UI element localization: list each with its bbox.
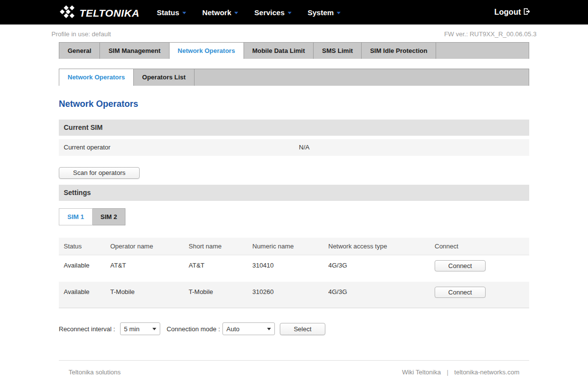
column-header-connect: Connect [435, 243, 529, 250]
reconnect-interval-select[interactable]: 5 min [120, 322, 160, 335]
chevron-down-icon [337, 12, 341, 14]
logout-exit-icon [523, 8, 530, 17]
nav-item-system[interactable]: System [308, 8, 341, 17]
cell-network-access-type: 4G/3G [328, 282, 435, 295]
cell-operator-name: T-Mobile [110, 282, 189, 295]
reconnect-interval-label: Reconnect interval : [59, 325, 115, 333]
chevron-down-icon [288, 12, 292, 14]
tab-sim-2[interactable]: SIM 2 [93, 208, 125, 225]
tab-sim-management[interactable]: SIM Management [100, 43, 169, 59]
footer-link-wiki[interactable]: Wiki Teltonika [402, 368, 441, 376]
nav-item-services[interactable]: Services [254, 8, 292, 17]
main-tabbar: General SIM Management Network Operators… [59, 42, 529, 59]
sub-tabbar: Network Operators Operators List [59, 69, 529, 86]
subtab-operators-list[interactable]: Operators List [134, 69, 195, 86]
sim-tabbar: SIM 1 SIM 2 [59, 208, 588, 225]
connect-button[interactable]: Connect [435, 260, 486, 271]
column-header-short-name: Short name [189, 243, 252, 250]
column-header-operator-name: Operator name [110, 243, 189, 250]
cell-numeric-name: 310260 [252, 282, 328, 295]
bottom-controls: Reconnect interval : 5 min Connection mo… [59, 322, 588, 335]
tabbar-filler [195, 69, 529, 86]
tab-sim-idle-protection[interactable]: SIM Idle Protection [362, 43, 436, 59]
footer-left-text: Teltonika solutions [69, 368, 121, 376]
chevron-down-icon [182, 12, 186, 14]
logout-label: Logout [494, 8, 521, 17]
tab-sms-limit[interactable]: SMS Limit [314, 43, 362, 59]
cell-short-name: T-Mobile [189, 282, 252, 295]
tab-mobile-data-limit[interactable]: Mobile Data Limit [244, 43, 314, 59]
table-row: Available AT&T AT&T 310410 4G/3G Connect [59, 255, 529, 282]
nav-item-label: Status [157, 8, 179, 17]
column-header-status: Status [59, 243, 110, 250]
meta-row: Profile in use: default FW ver.: RUT9XX_… [0, 24, 588, 38]
footer-links: Wiki Teltonika | teltonika-networks.com [402, 368, 519, 376]
connection-mode-label: Connection mode : [167, 325, 220, 333]
cell-status: Available [59, 255, 110, 269]
footer: Teltonika solutions Wiki Teltonika | tel… [59, 360, 529, 376]
column-header-network-access-type: Network access type [328, 243, 435, 250]
subtab-network-operators[interactable]: Network Operators [59, 69, 134, 86]
current-sim-section-header: Current SIM [59, 120, 529, 136]
nav-item-label: System [308, 8, 334, 17]
cell-connect: Connect [435, 282, 529, 298]
cell-network-access-type: 4G/3G [328, 255, 435, 269]
cell-short-name: AT&T [189, 255, 252, 269]
table-row: Available T-Mobile T-Mobile 310260 4G/3G… [59, 282, 529, 308]
nav-item-network[interactable]: Network [202, 8, 238, 17]
tab-sim-1[interactable]: SIM 1 [59, 208, 93, 225]
firmware-version: FW ver.: RUT9XX_R_00.06.05.3 [444, 30, 537, 38]
operators-table: Status Operator name Short name Numeric … [59, 238, 529, 308]
nav-item-label: Services [254, 8, 285, 17]
connection-mode-select[interactable]: Auto [222, 322, 275, 335]
teltonika-diamond-icon [59, 4, 76, 22]
current-operator-label: Current operator [59, 144, 110, 151]
chevron-down-icon [234, 12, 238, 14]
select-caret-icon [267, 328, 271, 330]
page-title: Network Operators [59, 99, 588, 109]
footer-separator: | [447, 368, 448, 376]
main-nav: Status Network Services System [157, 0, 357, 24]
column-header-numeric-name: Numeric name [252, 243, 328, 250]
tabbar-filler [436, 43, 529, 59]
tab-network-operators[interactable]: Network Operators [170, 43, 244, 59]
select-button[interactable]: Select [280, 323, 325, 335]
current-operator-value: N/A [299, 139, 310, 156]
table-header-row: Status Operator name Short name Numeric … [59, 238, 529, 255]
nav-item-status[interactable]: Status [157, 8, 186, 17]
cell-operator-name: AT&T [110, 255, 189, 269]
profile-in-use: Profile in use: default [51, 30, 111, 38]
connect-button[interactable]: Connect [435, 287, 486, 298]
select-caret-icon [152, 328, 156, 330]
brand-name: TELTONIKA [79, 7, 140, 19]
top-navbar: TELTONIKA Status Network Services System… [0, 0, 588, 24]
scan-for-operators-button[interactable]: Scan for operators [59, 167, 140, 179]
cell-connect: Connect [435, 255, 529, 271]
current-operator-row: Current operator N/A [59, 139, 529, 156]
cell-status: Available [59, 282, 110, 295]
footer-link-site[interactable]: teltonika-networks.com [454, 368, 519, 376]
settings-section-header: Settings [59, 185, 529, 201]
cell-numeric-name: 310410 [252, 255, 328, 269]
connection-mode-value: Auto [226, 325, 240, 333]
reconnect-interval-value: 5 min [124, 325, 140, 333]
nav-item-label: Network [202, 8, 231, 17]
tab-general[interactable]: General [59, 43, 100, 59]
teltonika-logo: TELTONIKA [59, 4, 140, 22]
logout-button[interactable]: Logout [494, 0, 530, 24]
